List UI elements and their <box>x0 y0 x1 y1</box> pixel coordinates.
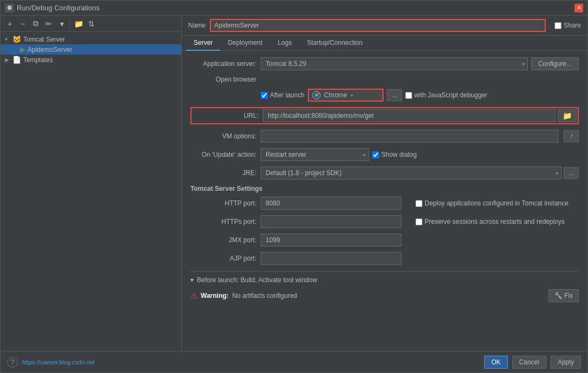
copy-config-button[interactable]: ⧉ <box>30 18 42 30</box>
config-content: Application server: Tomcat 8.5.29 ▾ Conf… <box>182 51 587 351</box>
tree-templates-arrow: ▶ <box>5 57 12 63</box>
js-debugger-checkbox[interactable] <box>405 92 412 99</box>
https-port-row: HTTPs port: Preserve sessions across res… <box>190 215 579 228</box>
cancel-button[interactable]: Cancel <box>512 356 546 369</box>
app-logo: ⚙ <box>5 4 14 12</box>
browser-name: Chrome <box>324 91 347 99</box>
on-update-row: On 'Update' action: Restart server Redep… <box>190 148 579 161</box>
tomcat-icon: 🐱 <box>12 35 21 43</box>
tree-area: ▾ 🐱 Tomcat Server ▶ ApidemoServer ▶ 📄 Te… <box>1 32 181 351</box>
warning-icon: ⚠ <box>190 291 197 300</box>
jre-select-wrapper: Default (1.8 - project SDK) ▾ <box>261 166 561 179</box>
edit-config-button[interactable]: ✏ <box>43 18 55 30</box>
warning-row: ⚠ Warning: No artifacts configured 🔧 Fix <box>190 287 579 304</box>
jre-label: JRE: <box>190 169 261 177</box>
https-port-label: HTTPs port: <box>190 218 261 225</box>
jmx-port-row: JMX port: <box>190 234 579 247</box>
name-input[interactable] <box>211 20 545 31</box>
bottom-bar: ? https://caeser.blog.csdn.net OK Cancel… <box>1 351 587 372</box>
app-server-select[interactable]: Tomcat 8.5.29 <box>261 57 528 70</box>
run-debug-config-window: ⚙ Run/Debug Configurations ✕ + − ⧉ ✏ ▾ 📁… <box>0 0 588 373</box>
jmx-port-label: JMX port: <box>190 236 261 244</box>
folder-button[interactable]: 📁 <box>72 18 84 30</box>
tab-deployment[interactable]: Deployment <box>220 36 270 51</box>
after-launch-checkbox[interactable] <box>261 92 268 99</box>
deploy-checkbox[interactable] <box>415 200 422 207</box>
on-update-select-wrapper: Restart server Redeploy Update classes a… <box>261 148 369 161</box>
tab-server[interactable]: Server <box>186 36 220 51</box>
on-update-select[interactable]: Restart server Redeploy Update classes a… <box>261 148 369 161</box>
tab-logs[interactable]: Logs <box>270 36 299 51</box>
after-launch-text: After launch <box>270 91 305 99</box>
name-input-wrapper <box>210 19 546 32</box>
jre-row: JRE: Default (1.8 - project SDK) ▾ ... <box>190 166 579 179</box>
tab-startup-connection[interactable]: Startup/Connection <box>299 36 370 51</box>
ajp-port-input[interactable] <box>261 252 401 265</box>
tree-item-apidemo[interactable]: ▶ ApidemoServer <box>1 44 181 55</box>
apply-button[interactable]: Apply <box>551 356 581 369</box>
tabs-row: Server Deployment Logs Startup/Connectio… <box>182 36 587 51</box>
url-label: URL: <box>193 112 263 119</box>
ok-button[interactable]: OK <box>484 356 507 369</box>
tomcat-settings-header: Tomcat Server Settings <box>190 185 579 192</box>
jmx-port-control <box>261 234 579 247</box>
title-bar-left: ⚙ Run/Debug Configurations <box>5 4 100 12</box>
tree-child-label: ApidemoServer <box>28 46 72 54</box>
vm-options-row: VM options: ↗ <box>190 130 579 143</box>
browser-dots-button[interactable]: ... <box>387 89 402 101</box>
configure-button[interactable]: Configure... <box>531 57 579 70</box>
jmx-port-input[interactable] <box>261 234 401 247</box>
browser-dropdown-arrow: ▾ <box>351 92 353 98</box>
preserve-checkbox[interactable] <box>415 218 422 225</box>
url-row: URL: 📁 <box>190 107 579 124</box>
https-port-control: Preserve sessions across restarts and re… <box>261 215 579 228</box>
url-file-button[interactable]: 📁 <box>558 109 577 122</box>
status-url[interactable]: https://caeser.blog.csdn.net <box>22 359 95 365</box>
jre-select[interactable]: Default (1.8 - project SDK) <box>261 166 561 179</box>
tree-templates-label: Templates <box>23 56 53 64</box>
left-panel: + − ⧉ ✏ ▾ 📁 ⇅ ▾ 🐱 Tomcat Server ▶ <box>1 16 182 351</box>
add-config-button[interactable]: + <box>4 18 16 30</box>
after-launch-control: After launch Chro <box>261 89 579 102</box>
before-launch-label: Before launch: Build, Activate tool wind… <box>197 276 317 284</box>
url-input[interactable] <box>263 109 556 122</box>
https-port-input[interactable] <box>261 215 401 228</box>
arrow-dropdown-button[interactable]: ▾ <box>56 18 68 30</box>
share-checkbox[interactable] <box>554 22 561 29</box>
jre-browse-button[interactable]: ... <box>564 167 579 179</box>
bottom-left: ? https://caeser.blog.csdn.net <box>7 357 95 368</box>
vm-options-expand-button[interactable]: ↗ <box>564 130 579 142</box>
name-label: Name <box>188 22 206 29</box>
warning-message: No artifacts configured <box>232 292 297 299</box>
open-browser-section-label: Open browser <box>190 76 261 83</box>
application-server-row: Application server: Tomcat 8.5.29 ▾ Conf… <box>190 57 579 70</box>
tree-item-templates[interactable]: ▶ 📄 Templates <box>1 55 181 65</box>
http-port-label: HTTP port: <box>190 199 261 207</box>
vm-options-label: VM options: <box>190 132 261 140</box>
toolbar-divider <box>70 19 70 28</box>
title-bar: ⚙ Run/Debug Configurations ✕ <box>1 1 587 16</box>
before-launch-arrow: ▾ <box>190 276 194 284</box>
vm-options-control: ↗ <box>261 130 579 143</box>
bottom-right: OK Cancel Apply <box>484 356 581 369</box>
close-button[interactable]: ✕ <box>574 4 583 12</box>
tree-item-tomcat-server[interactable]: ▾ 🐱 Tomcat Server <box>1 34 181 44</box>
http-port-input[interactable] <box>261 197 401 210</box>
fix-button[interactable]: 🔧 Fix <box>549 289 579 302</box>
templates-icon: 📄 <box>12 56 21 64</box>
share-label: Share <box>564 22 581 29</box>
http-port-row: HTTP port: Deploy applications configure… <box>190 197 579 210</box>
share-area: Share <box>554 22 581 29</box>
browser-dropdown[interactable]: Chrome ▾ <box>308 89 384 102</box>
chrome-icon <box>312 91 321 99</box>
help-button[interactable]: ? <box>7 357 18 368</box>
remove-config-button[interactable]: − <box>17 18 29 30</box>
vm-options-input[interactable] <box>261 130 558 143</box>
fix-btn-wrapper: 🔧 Fix <box>549 289 579 302</box>
after-launch-checkbox-wrapper: After launch <box>261 91 305 99</box>
left-toolbar: + − ⧉ ✏ ▾ 📁 ⇅ <box>1 16 181 32</box>
run-config-icon: ▶ <box>20 45 25 54</box>
ajp-port-label: AJP port: <box>190 255 261 262</box>
show-dialog-checkbox[interactable] <box>372 151 379 158</box>
sort-button[interactable]: ⇅ <box>85 18 97 30</box>
